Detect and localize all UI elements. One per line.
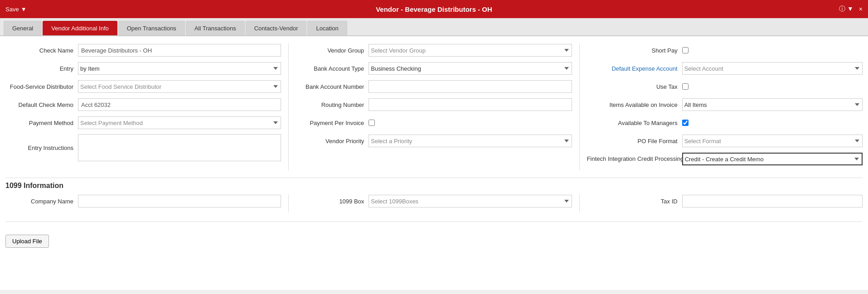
tab-all-transactions[interactable]: All Transactions — [186, 21, 245, 35]
po-file-format-row: PO File Format Select Format — [587, 134, 863, 148]
tab-contacts-vendor[interactable]: Contacts-Vendor — [246, 21, 307, 35]
default-check-memo-input[interactable] — [78, 98, 281, 111]
page-title: Vendor - Beverage Distributors - OH — [376, 5, 492, 13]
main-content: Check Name Entry by Item Food-Service Di… — [0, 36, 868, 290]
po-file-format-select[interactable]: Select Format — [682, 135, 863, 147]
tax-id-input[interactable] — [682, 195, 863, 207]
close-icon[interactable]: × — [859, 5, 863, 13]
bank-account-number-row: Bank Account Number — [296, 80, 572, 93]
items-available-row: Items Available on Invoice All Items — [587, 98, 863, 111]
check-name-input[interactable] — [78, 44, 281, 57]
check-name-row: Check Name — [5, 43, 281, 57]
box-1099-row: 1099 Box Select 1099Boxes — [296, 194, 572, 208]
1099-divider-2 — [579, 194, 580, 212]
entry-row: Entry by Item — [5, 62, 281, 75]
section-1099-content: Company Name 1099 Box Select 1099Boxes T… — [5, 194, 863, 212]
1099-divider-1 — [288, 194, 289, 212]
entry-instructions-row: Entry Instructions — [5, 134, 281, 161]
payment-method-row: Payment Method Select Payment Method — [5, 116, 281, 130]
available-managers-label: Available To Managers — [587, 120, 682, 126]
top-bar: Save ▼ Vendor - Beverage Distributors - … — [0, 0, 868, 18]
tab-general[interactable]: General — [4, 21, 42, 35]
col2: Vendor Group Select Vendor Group Bank Ac… — [291, 43, 577, 170]
bank-account-number-label: Bank Account Number — [296, 83, 369, 90]
entry-select[interactable]: by Item — [78, 62, 281, 75]
company-name-label: Company Name — [5, 198, 78, 205]
po-file-format-label: PO File Format — [587, 138, 682, 145]
help-icon[interactable]: ⓘ ▼ — [839, 5, 853, 13]
available-managers-cell — [682, 120, 863, 126]
default-expense-row: Default Expense Account Select Account — [587, 62, 863, 75]
default-check-memo-row: Default Check Memo — [5, 98, 281, 111]
tab-location[interactable]: Location — [307, 21, 347, 35]
short-pay-checkbox[interactable] — [682, 47, 689, 53]
vendor-group-label: Vendor Group — [296, 47, 369, 54]
company-name-input[interactable] — [78, 195, 281, 207]
tax-id-label: Tax ID — [587, 198, 682, 205]
available-managers-checkbox[interactable] — [682, 120, 689, 126]
divider-1 — [288, 43, 289, 170]
fintech-row: Fintech Integration Credit Processing Cr… — [587, 152, 863, 166]
tabs-bar: General Vendor Additional Info Open Tran… — [0, 18, 868, 36]
bank-account-number-input[interactable] — [369, 80, 572, 93]
default-expense-label[interactable]: Default Expense Account — [587, 65, 682, 72]
check-name-label: Check Name — [5, 47, 78, 54]
col1: Check Name Entry by Item Food-Service Di… — [5, 43, 286, 170]
form-area: Check Name Entry by Item Food-Service Di… — [5, 43, 863, 170]
payment-per-invoice-label: Payment Per Invoice — [296, 120, 369, 126]
1099-col3: Tax ID — [582, 194, 863, 212]
bank-account-type-label: Bank Account Type — [296, 65, 369, 72]
box-1099-label: 1099 Box — [296, 198, 369, 205]
use-tax-cell — [682, 83, 863, 90]
default-check-memo-label: Default Check Memo — [5, 101, 78, 108]
1099-col2: 1099 Box Select 1099Boxes — [291, 194, 577, 212]
items-available-label: Items Available on Invoice — [587, 101, 682, 108]
entry-label: Entry — [5, 65, 78, 72]
vendor-priority-row: Vendor Priority Select a Priority — [296, 134, 572, 148]
col3: Short Pay Default Expense Account Select… — [582, 43, 863, 170]
short-pay-label: Short Pay — [587, 47, 682, 54]
upload-file-button[interactable]: Upload File — [5, 235, 49, 248]
use-tax-checkbox[interactable] — [682, 83, 689, 90]
payment-method-label: Payment Method — [5, 120, 78, 126]
section-1099-header: 1099 Information — [5, 178, 863, 190]
bank-account-type-row: Bank Account Type Business Checking — [296, 62, 572, 75]
tab-open-transactions[interactable]: Open Transactions — [118, 21, 185, 35]
payment-per-invoice-row: Payment Per Invoice — [296, 116, 572, 130]
default-expense-select[interactable]: Select Account — [682, 62, 863, 75]
bank-account-type-select[interactable]: Business Checking — [369, 62, 572, 75]
short-pay-cell — [682, 47, 863, 53]
use-tax-row: Use Tax — [587, 80, 863, 93]
vendor-group-select[interactable]: Select Vendor Group — [369, 44, 572, 57]
food-service-row: Food-Service Distributor Select Food Ser… — [5, 80, 281, 93]
payment-method-select[interactable]: Select Payment Method — [78, 116, 281, 129]
fintech-select[interactable]: Credit - Create a Credit Memo — [682, 153, 863, 165]
save-dropdown-icon[interactable]: ▼ — [21, 6, 27, 13]
food-service-select[interactable]: Select Food Service Distributor — [78, 80, 281, 93]
use-tax-label: Use Tax — [587, 83, 682, 90]
vendor-priority-select[interactable]: Select a Priority — [369, 135, 572, 147]
payment-per-invoice-cell — [369, 120, 572, 126]
items-available-select[interactable]: All Items — [682, 98, 863, 111]
entry-instructions-textarea[interactable] — [78, 134, 281, 161]
vendor-priority-label: Vendor Priority — [296, 138, 369, 145]
box-1099-select[interactable]: Select 1099Boxes — [369, 195, 572, 207]
divider-2 — [579, 43, 580, 170]
short-pay-row: Short Pay — [587, 43, 863, 57]
food-service-label: Food-Service Distributor — [5, 83, 78, 90]
1099-col1: Company Name — [5, 194, 286, 212]
fintech-label: Fintech Integration Credit Processing — [587, 155, 682, 163]
vendor-group-row: Vendor Group Select Vendor Group — [296, 43, 572, 57]
available-managers-row: Available To Managers — [587, 116, 863, 130]
payment-per-invoice-checkbox[interactable] — [369, 120, 375, 126]
entry-instructions-label: Entry Instructions — [5, 145, 78, 151]
save-label: Save — [5, 6, 19, 13]
1099-form-area: Company Name 1099 Box Select 1099Boxes T… — [5, 194, 863, 212]
footer: Upload File — [5, 222, 863, 248]
routing-number-label: Routing Number — [296, 101, 369, 108]
upload-file-label: Upload File — [12, 238, 42, 245]
tab-vendor-additional-info[interactable]: Vendor Additional Info — [43, 21, 117, 35]
save-button[interactable]: Save ▼ — [5, 6, 27, 13]
routing-number-input[interactable] — [369, 98, 572, 111]
routing-number-row: Routing Number — [296, 98, 572, 111]
